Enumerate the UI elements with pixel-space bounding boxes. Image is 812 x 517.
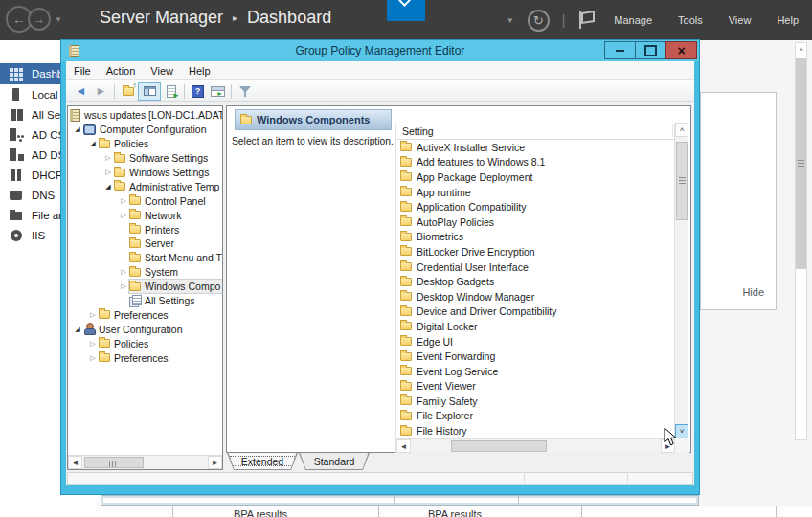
tree-item-preferences[interactable]: ▷Preferences xyxy=(68,350,222,365)
list-vertical-scrollbar[interactable]: ˄ ˅ xyxy=(674,123,688,438)
tree-item-network[interactable]: ▷Network xyxy=(68,208,222,222)
setting-item-activex-installer-service[interactable]: ActiveX Installer Service xyxy=(396,140,675,155)
nav-forward-icon[interactable]: → xyxy=(28,8,51,31)
scroll-left-icon[interactable]: ◄ xyxy=(68,456,82,469)
filter-icon[interactable] xyxy=(235,81,255,101)
page-scrollbar[interactable]: ˄ xyxy=(795,42,807,440)
tree-expanded-arrow-icon[interactable]: ◢ xyxy=(102,180,114,193)
help-icon[interactable] xyxy=(188,81,208,101)
tree-item-wsus-updates-lon-dc1-adatu[interactable]: wsus updates [LON-DC1.ADATU xyxy=(68,108,222,123)
tree-item-system[interactable]: ▷System xyxy=(68,265,222,280)
setting-item-event-viewer[interactable]: Event Viewer xyxy=(396,379,675,394)
topbar-menu-view[interactable]: View xyxy=(729,14,752,26)
tree-collapsed-arrow-icon[interactable]: ▷ xyxy=(87,308,99,322)
setting-item-file-explorer[interactable]: File Explorer xyxy=(396,409,675,424)
tree-item-printers[interactable]: Printers xyxy=(68,222,222,236)
tree-collapsed-arrow-icon[interactable]: ▷ xyxy=(118,280,129,293)
setting-item-app-runtime[interactable]: App runtime xyxy=(396,185,675,200)
setting-item-digital-locker[interactable]: Digital Locker xyxy=(396,319,675,334)
breadcrumb-page[interactable]: Dashboard xyxy=(247,8,331,28)
scroll-up-icon[interactable]: ˄ xyxy=(675,123,688,137)
tab-standard[interactable]: Standard xyxy=(299,453,370,470)
tree-collapsed-arrow-icon[interactable]: ▷ xyxy=(118,265,129,279)
setting-item-event-forwarding[interactable]: Event Forwarding xyxy=(396,348,675,364)
menu-help[interactable]: Help xyxy=(181,63,218,79)
window-titlebar[interactable]: Group Policy Management Editor xyxy=(61,40,699,61)
setting-item-credential-user-interface[interactable]: Credential User Interface xyxy=(396,259,675,275)
setting-item-edge-ui[interactable]: Edge UI xyxy=(396,334,675,349)
show-window-icon[interactable] xyxy=(208,81,228,101)
scrollbar-track[interactable] xyxy=(411,439,661,453)
setting-item-event-log-service[interactable]: Event Log Service xyxy=(396,364,675,379)
tree-item-control-panel[interactable]: ▷Control Panel xyxy=(68,193,222,208)
scrollbar-thumb[interactable] xyxy=(451,440,547,452)
menu-file[interactable]: File xyxy=(66,63,99,79)
hide-button[interactable]: Hide xyxy=(742,286,764,298)
topbar-menu-manage[interactable]: Manage xyxy=(614,14,652,26)
setting-item-application-compatibility[interactable]: Application Compatibility xyxy=(396,199,675,214)
close-button[interactable] xyxy=(665,41,697,59)
notification-banner[interactable] xyxy=(387,0,425,21)
tree-collapsed-arrow-icon[interactable]: ▷ xyxy=(118,194,129,208)
maximize-button[interactable] xyxy=(635,41,666,59)
tree-collapsed-arrow-icon[interactable]: ▷ xyxy=(87,337,99,350)
tree-item-administrative-temp[interactable]: ◢Administrative Temp xyxy=(68,179,222,193)
topbar-menu-tools[interactable]: Tools xyxy=(678,14,703,26)
folder-icon xyxy=(400,352,412,361)
tree-collapsed-arrow-icon[interactable]: ▷ xyxy=(118,209,129,222)
scroll-right-icon[interactable]: ► xyxy=(208,456,222,469)
setting-item-device-and-driver-compatibility[interactable]: Device and Driver Compatibility xyxy=(396,304,675,320)
tree-item-policies[interactable]: ◢Policies xyxy=(68,137,222,151)
tree-item-software-settings[interactable]: ▷Software Settings xyxy=(68,151,222,166)
scroll-up-icon[interactable]: ˄ xyxy=(796,43,806,56)
folder-icon xyxy=(129,239,141,248)
chevron-down-icon[interactable]: ▼ xyxy=(507,16,514,25)
export-list-icon[interactable]: ► xyxy=(161,81,181,101)
tree-item-windows-compo[interactable]: ▷Windows Compo xyxy=(68,280,222,294)
scrollbar-track[interactable] xyxy=(82,456,208,469)
tree-expanded-arrow-icon[interactable]: ◢ xyxy=(72,123,83,136)
setting-item-family-safety[interactable]: Family Safety xyxy=(396,393,675,409)
page-scrollbar-thumb[interactable] xyxy=(796,58,806,269)
menu-view[interactable]: View xyxy=(143,63,181,79)
back-icon[interactable] xyxy=(71,81,91,101)
setting-item-desktop-gadgets[interactable]: Desktop Gadgets xyxy=(396,274,675,289)
refresh-icon[interactable]: ↻ xyxy=(528,10,550,32)
menu-action[interactable]: Action xyxy=(99,63,144,79)
setting-item-add-features-to-windows-8-1[interactable]: Add features to Windows 8.1 xyxy=(396,155,675,170)
setting-item-app-package-deployment[interactable]: App Package Deployment xyxy=(396,169,675,185)
scroll-left-icon[interactable]: ◄ xyxy=(396,439,411,453)
tree-expanded-arrow-icon[interactable]: ◢ xyxy=(72,323,83,336)
topbar-menu-help[interactable]: Help xyxy=(777,14,799,26)
show-console-tree-icon[interactable] xyxy=(138,82,161,101)
tree-expanded-arrow-icon[interactable]: ◢ xyxy=(87,137,99,150)
setting-item-file-history[interactable]: File History xyxy=(396,423,675,438)
list-horizontal-scrollbar[interactable]: ◄ ► xyxy=(396,438,675,453)
tree-item-start-menu-and-t[interactable]: Start Menu and T xyxy=(68,251,222,265)
minimize-button[interactable] xyxy=(604,41,636,59)
tree-item-user-configuration[interactable]: ◢User Configuration xyxy=(68,322,222,336)
tree-item-preferences[interactable]: ▷Preferences xyxy=(68,307,222,322)
scrollbar-thumb[interactable] xyxy=(676,142,688,220)
tree-item-windows-settings[interactable]: ▷Windows Settings xyxy=(68,166,222,180)
column-header-setting[interactable]: Setting xyxy=(396,123,675,140)
tree-item-all-settings[interactable]: All Settings xyxy=(68,294,222,308)
setting-item-desktop-window-manager[interactable]: Desktop Window Manager xyxy=(396,289,675,304)
tree-item-policies[interactable]: ▷Policies xyxy=(68,336,222,350)
up-one-level-icon[interactable]: ↑ xyxy=(118,81,138,101)
tree-item-server[interactable]: Server xyxy=(68,236,222,251)
notifications-flag-icon[interactable] xyxy=(577,11,593,29)
tree-item-computer-configuration[interactable]: ◢Computer Configuration xyxy=(68,123,222,137)
tree-collapsed-arrow-icon[interactable]: ▷ xyxy=(87,351,99,365)
setting-item-bitlocker-drive-encryption[interactable]: BitLocker Drive Encryption xyxy=(396,244,675,259)
tree-collapsed-arrow-icon[interactable]: ▷ xyxy=(102,151,114,165)
tab-extended[interactable]: Extended xyxy=(227,453,298,470)
setting-item-biometrics[interactable]: Biometrics xyxy=(396,230,675,245)
tab-label: Standard xyxy=(299,453,370,469)
chevron-down-icon[interactable]: ▼ xyxy=(55,15,62,24)
setting-item-autoplay-policies[interactable]: AutoPlay Policies xyxy=(396,214,675,230)
tree-collapsed-arrow-icon[interactable]: ▷ xyxy=(102,166,114,179)
tree-horizontal-scrollbar[interactable]: ◄ ► xyxy=(68,455,222,469)
scrollbar-thumb[interactable] xyxy=(84,457,144,468)
forward-icon[interactable] xyxy=(91,81,111,101)
